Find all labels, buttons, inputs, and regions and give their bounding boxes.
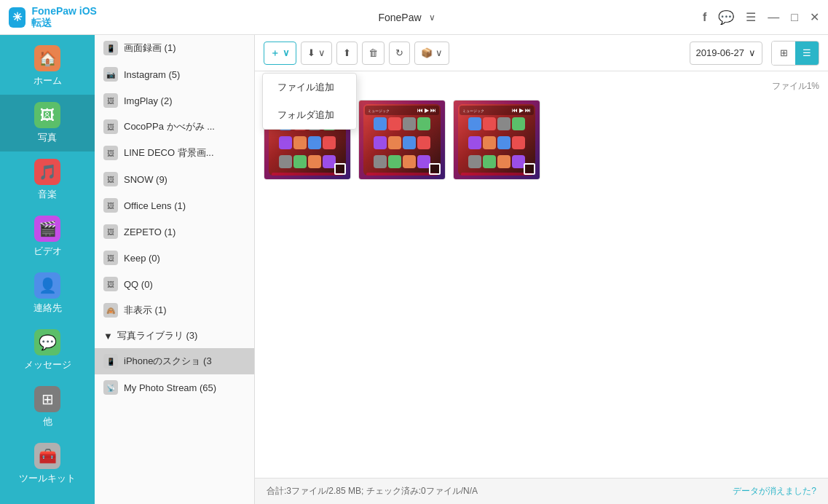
app-logo: ✳ FonePaw iOS転送 xyxy=(9,5,103,30)
refresh-icon: ↻ xyxy=(395,47,403,58)
sidebar-item-music[interactable]: 🎵 音楽 xyxy=(0,151,95,208)
photo-thumb-2[interactable]: ミュージック ⏮▶⏭ xyxy=(358,100,446,180)
date-picker[interactable]: 2019-06-27 ∨ xyxy=(690,42,763,65)
file-percent: ファイル1% xyxy=(772,80,819,92)
list-item-imgplay[interactable]: 🖼 ImgPlay (2) xyxy=(95,87,254,114)
dropdown-item-add-folder[interactable]: フォルダ追加 xyxy=(263,101,356,129)
archive-button[interactable]: 📦 ∨ xyxy=(414,42,449,65)
logo-icon: ✳ xyxy=(9,7,25,28)
list-label-screen-record: 画面録画 (1) xyxy=(124,42,176,55)
list-item-hidden[interactable]: 🙈 非表示 (1) xyxy=(95,297,254,323)
stats-text: 合計:3ファイル/2.85 MB; チェック済み:0ファイル/N/A xyxy=(267,485,478,497)
date-chevron-icon: ∨ xyxy=(749,47,756,58)
message-icon: 💬 xyxy=(34,329,60,355)
section-header-photo-library[interactable]: ▼ 写真ライブラリ (3) xyxy=(95,323,254,348)
add-plus-icon: ＋ xyxy=(270,47,280,60)
list-label-zepeto: ZEPETO (1) xyxy=(124,227,176,237)
title-bar-right: f 💬 ☰ — □ ✕ xyxy=(703,9,819,25)
minimize-button[interactable]: — xyxy=(768,11,779,24)
chevron-down-icon[interactable]: ∨ xyxy=(429,12,435,23)
sidebar-item-tool[interactable]: 🧰 ツールキット xyxy=(0,436,95,492)
archive-chevron-icon: ∨ xyxy=(435,47,443,58)
sidebar-label-tool: ツールキット xyxy=(19,472,76,485)
list-label-photo-stream: My Photo Stream (65) xyxy=(124,382,216,393)
video-icon: 🎬 xyxy=(34,216,60,242)
content-area: ＋ ∨ ⬇ ∨ ⬆ 🗑 ↻ 📦 ∨ xyxy=(255,35,828,504)
close-button[interactable]: ✕ xyxy=(810,10,819,24)
sidebar-item-home[interactable]: 🏠 ホーム xyxy=(0,38,95,95)
list-item-instagram[interactable]: 📷 Instagram (5) xyxy=(95,61,254,87)
list-item-zepeto[interactable]: 🖼 ZEPETO (1) xyxy=(95,218,254,245)
list-label-snow: SNOW (9) xyxy=(124,174,167,185)
list-label-keep: Keep (0) xyxy=(124,253,160,264)
sidebar: 🏠 ホーム 🖼 写真 🎵 音楽 🎬 ビデオ 👤 連絡先 💬 メッセージ xyxy=(0,35,95,504)
chat-icon[interactable]: 💬 xyxy=(718,9,734,25)
archive-icon: 📦 xyxy=(421,47,433,58)
sidebar-label-video: ビデオ xyxy=(33,245,62,258)
list-label-hidden: 非表示 (1) xyxy=(124,304,167,317)
list-item-keep[interactable]: 🖼 Keep (0) xyxy=(95,245,254,271)
list-icon-cocoppa: 🖼 xyxy=(103,119,118,134)
import-chevron-icon: ∨ xyxy=(318,47,326,58)
list-item-photo-stream[interactable]: 📡 My Photo Stream (65) xyxy=(95,374,254,401)
maximize-button[interactable]: □ xyxy=(791,11,798,24)
list-label-imgplay: ImgPlay (2) xyxy=(124,95,172,106)
export-icon: ⬆ xyxy=(343,47,351,58)
list-icon-snow: 🖼 xyxy=(103,172,118,186)
facebook-icon[interactable]: f xyxy=(703,11,706,24)
list-item-qq[interactable]: 🖼 QQ (0) xyxy=(95,271,254,297)
list-icon-linedeco: 🖼 xyxy=(103,146,118,160)
refresh-button[interactable]: ↻ xyxy=(389,42,410,65)
list-item-snow[interactable]: 🖼 SNOW (9) xyxy=(95,166,254,192)
sidebar-item-message[interactable]: 💬 メッセージ xyxy=(0,322,95,379)
main-layout: 🏠 ホーム 🖼 写真 🎵 音楽 🎬 ビデオ 👤 連絡先 💬 メッセージ xyxy=(0,35,828,504)
data-lost-link[interactable]: データが消えました? xyxy=(733,485,816,497)
list-icon-imgplay: 🖼 xyxy=(103,93,118,108)
add-button[interactable]: ＋ ∨ xyxy=(264,42,296,65)
home-icon: 🏠 xyxy=(34,45,60,71)
photo-checkbox-1[interactable] xyxy=(334,163,346,175)
sidebar-label-music: 音楽 xyxy=(38,188,57,201)
title-bar: ✳ FonePaw iOS転送 FonePaw ∨ f 💬 ☰ — □ ✕ xyxy=(0,0,828,35)
contact-icon: 👤 xyxy=(34,272,60,299)
list-label-office-lens: Office Lens (1) xyxy=(124,200,186,211)
list-icon-keep: 🖼 xyxy=(103,251,118,265)
date-value: 2019-06-27 xyxy=(696,47,745,58)
dropdown-menu: ファイル追加 フォルダ追加 xyxy=(262,73,357,130)
sidebar-label-message: メッセージ xyxy=(24,358,71,371)
export-button[interactable]: ⬆ xyxy=(336,42,358,65)
photo-icon: 🖼 xyxy=(34,102,60,128)
list-item-linedeco[interactable]: 🖼 LINE DECO 背景画... xyxy=(95,140,254,166)
list-item-screen-record[interactable]: 📱 画面録画 (1) xyxy=(95,35,254,61)
app-title: FonePaw iOS転送 xyxy=(31,5,103,30)
sidebar-item-contact[interactable]: 👤 連絡先 xyxy=(0,265,95,322)
list-icon-hidden: 🙈 xyxy=(103,303,118,318)
list-item-iphone-screenshot[interactable]: 📱 iPhoneのスクショ (3 xyxy=(95,348,254,374)
list-view-button[interactable]: ☰ xyxy=(795,42,819,65)
menu-icon[interactable]: ☰ xyxy=(746,10,756,24)
list-icon-screen-record: 📱 xyxy=(103,41,118,55)
delete-button[interactable]: 🗑 xyxy=(362,42,385,65)
sidebar-label-contact: 連絡先 xyxy=(33,302,62,315)
list-item-office-lens[interactable]: 🖼 Office Lens (1) xyxy=(95,192,254,218)
list-label-linedeco: LINE DECO 背景画... xyxy=(124,146,214,160)
add-chevron-icon: ∨ xyxy=(283,47,290,58)
sidebar-item-video[interactable]: 🎬 ビデオ xyxy=(0,208,95,265)
sidebar-item-other[interactable]: ⊞ 他 xyxy=(0,379,95,436)
title-bar-center: FonePaw ∨ xyxy=(103,12,703,23)
dropdown-item-add-file[interactable]: ファイル追加 xyxy=(263,74,356,101)
import-button[interactable]: ⬇ ∨ xyxy=(301,42,332,65)
import-icon: ⬇ xyxy=(307,47,315,58)
photo-thumb-3[interactable]: ミュージック ⏮▶⏭ xyxy=(453,100,540,180)
bottom-bar: 合計:3ファイル/2.85 MB; チェック済み:0ファイル/N/A データが消… xyxy=(255,478,828,504)
list-item-cocoppa[interactable]: 🖼 CocoPPa かべがみ ... xyxy=(95,114,254,140)
grid-view-button[interactable]: ⊞ xyxy=(772,42,795,65)
list-icon-iphone-screenshot: 📱 xyxy=(103,354,118,369)
sidebar-item-photo[interactable]: 🖼 写真 xyxy=(0,95,95,151)
tool-icon: 🧰 xyxy=(34,443,60,469)
view-toggle: ⊞ ☰ xyxy=(771,41,819,66)
photo-checkbox-2[interactable] xyxy=(429,163,441,175)
photo-checkbox-3[interactable] xyxy=(524,163,535,175)
toolbar: ＋ ∨ ⬇ ∨ ⬆ 🗑 ↻ 📦 ∨ xyxy=(255,35,828,71)
device-name: FonePaw xyxy=(378,12,421,23)
